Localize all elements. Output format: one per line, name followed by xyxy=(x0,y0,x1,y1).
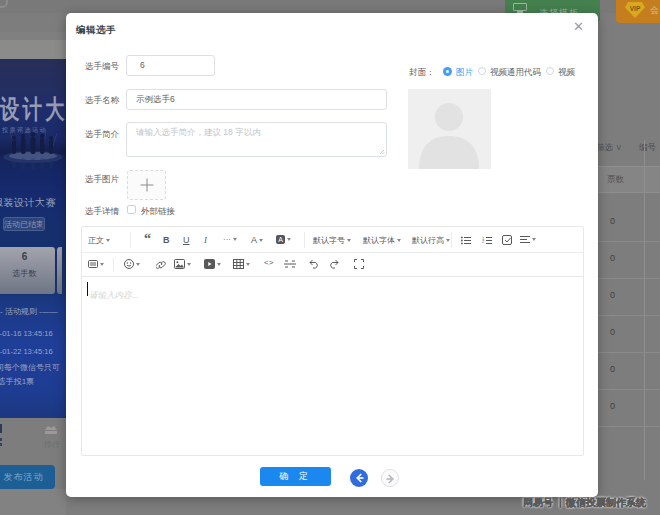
svg-text:排行: 排行 xyxy=(44,440,60,449)
svg-text:2: 2 xyxy=(482,239,485,244)
